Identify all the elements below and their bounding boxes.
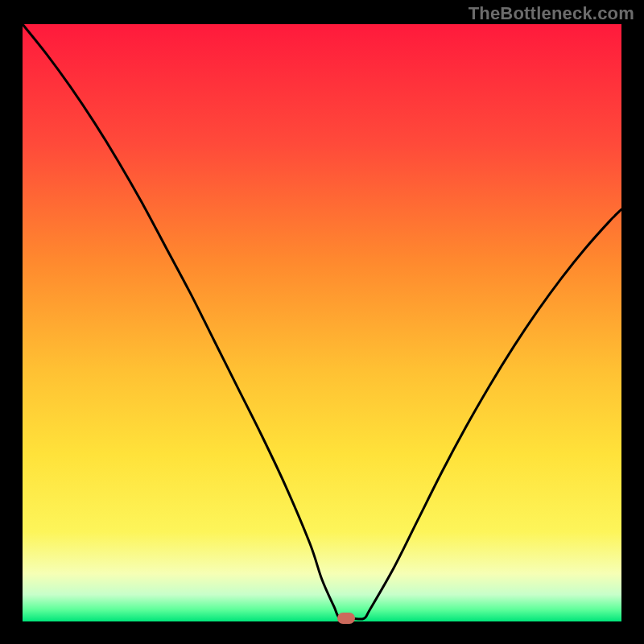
chart-frame: TheBottleneck.com (0, 0, 644, 644)
gradient-background (23, 24, 621, 621)
plot-area (23, 24, 621, 621)
bottleneck-chart (23, 24, 621, 621)
optimal-point-marker (337, 613, 355, 624)
watermark-text: TheBottleneck.com (469, 3, 634, 24)
